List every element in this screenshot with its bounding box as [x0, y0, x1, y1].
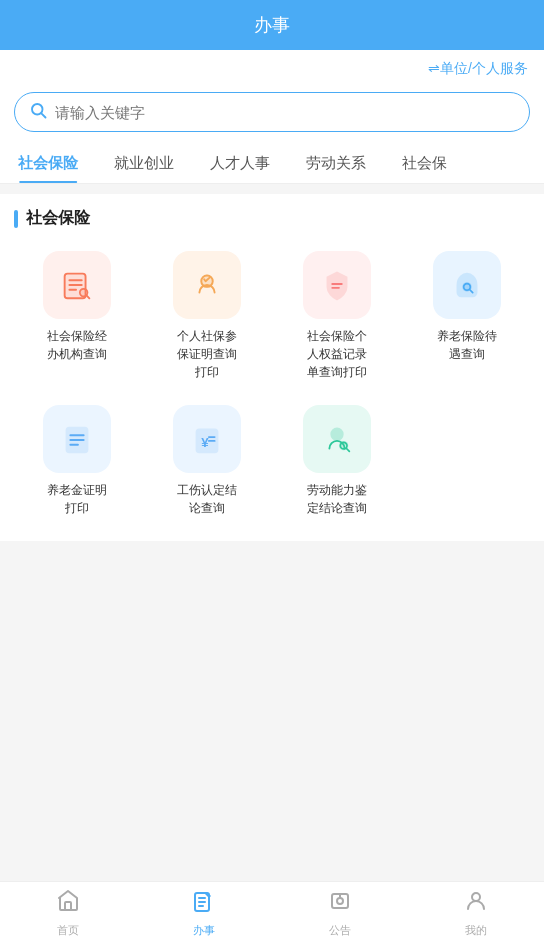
service-item-social-insurance-rights[interactable]: 社会保险个人权益记录单查询打印	[274, 247, 400, 385]
bottom-nav: 首页 办事 公告	[0, 881, 544, 945]
nav-label-mine: 我的	[465, 923, 487, 938]
service-icon-wrap-labor-ability	[303, 405, 371, 473]
service-switch-bar: ⇌单位/个人服务	[0, 50, 544, 84]
section-header: 社会保险	[14, 208, 530, 229]
service-icon-wrap-social-insurance-rights	[303, 251, 371, 319]
search-input[interactable]	[55, 104, 515, 121]
service-item-work-injury[interactable]: ¥ 工伤认定结论查询	[144, 401, 270, 521]
svg-rect-29	[65, 902, 71, 910]
nav-label-notice: 公告	[329, 923, 351, 938]
svg-point-25	[331, 429, 342, 440]
svg-line-1	[41, 113, 45, 117]
service-item-labor-ability[interactable]: 劳动能力鉴定结论查询	[274, 401, 400, 521]
svg-point-37	[472, 893, 480, 901]
service-label-work-injury: 工伤认定结论查询	[177, 481, 237, 517]
service-switch-button[interactable]: ⇌单位/个人服务	[428, 60, 528, 78]
nav-label-affairs: 办事	[193, 923, 215, 938]
tab-social-insurance[interactable]: 社会保险	[0, 144, 96, 183]
search-container	[0, 84, 544, 144]
service-item-pension-query[interactable]: 养老保险待遇查询	[404, 247, 530, 385]
service-icon-wrap-pension-cert	[43, 405, 111, 473]
tab-society[interactable]: 社会保	[384, 144, 465, 183]
search-box[interactable]	[14, 92, 530, 132]
service-label-pension-cert: 养老金证明打印	[47, 481, 107, 517]
service-label-social-insurance-org: 社会保险经办机构查询	[47, 327, 107, 363]
service-label-social-insurance-rights: 社会保险个人权益记录单查询打印	[307, 327, 367, 381]
nav-item-notice[interactable]: 公告	[272, 883, 408, 944]
nav-item-home[interactable]: 首页	[0, 883, 136, 944]
service-label-labor-ability: 劳动能力鉴定结论查询	[307, 481, 367, 517]
notice-icon	[328, 889, 352, 919]
svg-line-28	[347, 449, 350, 452]
nav-label-home: 首页	[57, 923, 79, 938]
social-insurance-section: 社会保险 社会保险经办机构查询	[0, 194, 544, 541]
service-item-social-insurance-org[interactable]: 社会保险经办机构查询	[14, 247, 140, 385]
home-icon	[56, 889, 80, 919]
service-icon-wrap-personal-social-cert	[173, 251, 241, 319]
section-bar	[14, 210, 18, 228]
nav-item-affairs[interactable]: 办事	[136, 883, 272, 944]
tab-labor[interactable]: 劳动关系	[288, 144, 384, 183]
service-label-personal-social-cert: 个人社保参保证明查询打印	[177, 327, 237, 381]
person-icon	[464, 889, 488, 919]
service-label-pension-query: 养老保险待遇查询	[437, 327, 497, 363]
tabs-bar: 社会保险 就业创业 人才人事 劳动关系 社会保	[0, 144, 544, 184]
edit-icon	[192, 889, 216, 919]
svg-line-9	[87, 295, 90, 298]
tab-talent[interactable]: 人才人事	[192, 144, 288, 183]
app-header: 办事	[0, 0, 544, 50]
tab-employment[interactable]: 就业创业	[96, 144, 192, 183]
service-icon-wrap-work-injury: ¥	[173, 405, 241, 473]
service-icon-wrap-pension-query	[433, 251, 501, 319]
section-title: 社会保险	[26, 208, 90, 229]
search-icon	[29, 101, 47, 123]
service-item-personal-social-cert[interactable]: 个人社保参保证明查询打印	[144, 247, 270, 385]
nav-item-mine[interactable]: 我的	[408, 883, 544, 944]
service-icon-wrap-social-insurance-org	[43, 251, 111, 319]
service-item-pension-cert[interactable]: 养老金证明打印	[14, 401, 140, 521]
main-content: 社会保险 社会保险经办机构查询	[0, 194, 544, 621]
header-title: 办事	[254, 13, 290, 37]
service-grid-row1: 社会保险经办机构查询 个人社保参保证明查询打印	[14, 247, 530, 385]
service-grid-row2: 养老金证明打印 ¥ 工伤认定结论查询	[14, 401, 530, 521]
